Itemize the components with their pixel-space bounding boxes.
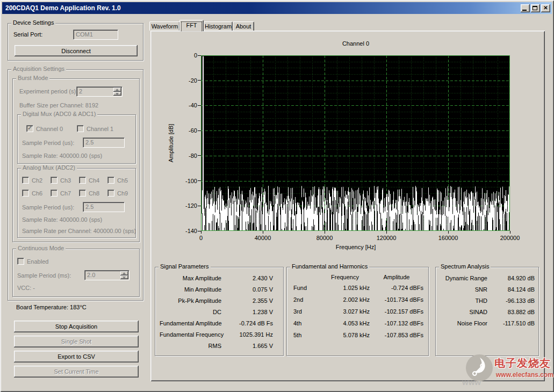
minimize-button[interactable]	[521, 4, 530, 12]
channel0-checkbox[interactable]	[26, 125, 33, 132]
ch3-checkbox[interactable]	[51, 177, 57, 184]
digital-sample-rate-label: Sample Rate: 400000.00 (sps)	[22, 153, 102, 159]
ch6-label: Ch6	[32, 190, 42, 197]
spectrum-label: SNR	[439, 284, 487, 295]
harmonic-row: 4th4.053 kHz-107.132 dBFs	[293, 318, 423, 329]
spectrum-label: Dynamic Range	[439, 273, 487, 284]
spectrum-value: -117.510 dB	[487, 318, 535, 329]
param-value: -0.724 dB Fs	[221, 318, 273, 329]
y-axis-tick-label: 0	[174, 52, 197, 59]
digital-sample-period-label: Sample Period (us):	[22, 140, 74, 147]
experiment-period-input[interactable]: 2	[76, 86, 123, 97]
spectrum-label: SINAD	[439, 307, 487, 318]
channel1-label: Channel 1	[87, 126, 113, 133]
serial-port-input[interactable]: COM1	[73, 30, 118, 40]
enabled-checkbox[interactable]	[17, 258, 24, 265]
close-icon: ✕	[541, 4, 550, 12]
harmonic-amplitude: -107.853 dBFs	[370, 330, 423, 341]
tab-fft[interactable]: FFT	[179, 20, 204, 31]
titlebar[interactable]: 200CDAQ1 Demo Application Rev. 1.0 ✕	[2, 2, 552, 14]
single-shot-button[interactable]: Single Shot	[14, 336, 139, 347]
close-button[interactable]: ✕	[541, 4, 550, 12]
ch8-checkbox[interactable]	[79, 190, 86, 197]
maximize-button[interactable]	[531, 4, 540, 12]
chart-title: Channel 0	[302, 40, 409, 47]
disconnect-button[interactable]: Disconnect	[15, 45, 138, 56]
serial-port-value: COM1	[76, 31, 93, 38]
signal-parameters-group: Signal Parameters Max Amplitude2.430 V M…	[155, 267, 284, 356]
digital-sample-period-input[interactable]: 2.5	[83, 137, 125, 148]
ch2-checkbox[interactable]	[22, 177, 29, 184]
spectrum-value: 84.124 dB	[487, 284, 535, 295]
harmonic-row: 3rd3.027 kHz-102.157 dBFs	[293, 306, 423, 317]
continuous-mode-legend: Continuous Mode	[16, 245, 66, 252]
watermark: www 电子发烧友 www.elecfans.com	[465, 351, 552, 390]
spectrum-analysis-legend: Spectrum Analysis	[439, 263, 491, 270]
continuous-sample-period-label: Sample Period (ms):	[17, 272, 71, 279]
frequency-header: Frequency	[320, 272, 370, 283]
ch3-label: Ch3	[60, 177, 71, 184]
y-axis-tick	[198, 55, 201, 56]
arrow-down-icon	[116, 93, 119, 95]
analog-sample-period-input[interactable]: 2.5	[83, 202, 125, 212]
param-label: RMS	[160, 340, 221, 352]
export-to-csv-button[interactable]: Export to CSV	[14, 351, 139, 362]
spectrum-value: 84.920 dB	[487, 273, 535, 284]
x-axis-tick	[325, 231, 325, 234]
ch2-label: Ch2	[32, 177, 42, 184]
digital-sample-period-value: 2.5	[85, 139, 93, 146]
x-axis-tick-label: 40000	[247, 235, 279, 242]
continuous-sample-period-input[interactable]: 2.0	[84, 270, 129, 280]
ch8-label: Ch8	[89, 190, 99, 197]
param-label: Pk-Pk Amplitude	[160, 295, 221, 307]
tab-waveform[interactable]: Waveform	[149, 21, 180, 31]
analog-mux-group: Analog Mux (ADC2) Ch2 Ch3 Ch4 Ch5 Ch6 Ch…	[17, 168, 136, 238]
minimize-icon	[522, 10, 527, 11]
param-label: Max Amplitude	[160, 273, 221, 284]
stop-acquisition-button[interactable]: Stop Acquisition	[14, 321, 139, 332]
spin-up-button[interactable]	[120, 271, 128, 275]
harmonic-name: 5th	[293, 330, 320, 341]
channel1-checkbox[interactable]	[77, 125, 84, 132]
continuous-sample-period-value: 2.0	[87, 272, 95, 279]
harmonic-row: 2nd2.002 kHz-101.734 dBFs	[293, 294, 423, 306]
y-axis-tick-label: -80	[174, 153, 197, 159]
tab-about[interactable]: About	[233, 21, 254, 31]
buffer-size-label: Buffer Size per Channel: 8192	[19, 102, 98, 109]
y-axis-tick	[198, 80, 201, 81]
arrow-up-icon	[116, 89, 119, 91]
harmonic-amplitude: -107.132 dBFs	[370, 318, 423, 329]
spectrum-analysis-group: Spectrum Analysis Dynamic Range84.920 dB…	[435, 267, 539, 356]
harmonic-frequency: 3.027 kHz	[320, 306, 370, 317]
param-row: Min Amplitude0.075 V	[160, 284, 273, 295]
spin-up-button[interactable]	[113, 88, 121, 92]
continuous-mode-group: Continuous Mode Enabled Sample Period (m…	[12, 249, 140, 297]
y-axis-tick-label: -140	[174, 228, 197, 235]
ch6-checkbox[interactable]	[22, 190, 29, 197]
signal-parameters-legend: Signal Parameters	[159, 263, 211, 270]
acquisition-settings-group: Acquisition Settings Burst Mode Experime…	[8, 69, 143, 301]
x-axis-tick	[201, 231, 202, 234]
harmonic-name: 4th	[293, 318, 320, 329]
ch5-checkbox[interactable]	[107, 177, 114, 184]
param-row: DC1.238 V	[160, 307, 273, 318]
y-axis-tick	[198, 105, 201, 106]
spectrum-row: THD-96.133 dB	[439, 295, 535, 307]
digital-mux-group: Digital Mux (ADC0 & ADC1) Channel 0 Chan…	[17, 114, 136, 164]
set-current-time-button[interactable]: Set Current Time	[14, 366, 139, 378]
x-axis-tick-label: 160000	[432, 235, 464, 242]
enabled-label: Enabled	[27, 258, 48, 265]
x-axis-tick-label: 120000	[370, 235, 402, 242]
amplitude-header: Amplitude	[370, 272, 423, 283]
y-axis-tick-label: -100	[174, 178, 197, 185]
spin-down-button[interactable]	[120, 275, 128, 280]
x-axis-tick-label: 0	[185, 235, 217, 242]
ch4-checkbox[interactable]	[79, 177, 86, 184]
x-axis-tick-label: 200000	[494, 235, 526, 242]
tab-histogram[interactable]: Histogram	[204, 21, 233, 31]
ch9-checkbox[interactable]	[107, 190, 114, 197]
spin-down-button[interactable]	[113, 92, 121, 96]
spectrum-value: -96.133 dB	[487, 295, 535, 307]
harmonic-frequency: 1.025 kHz	[320, 282, 370, 294]
ch7-checkbox[interactable]	[51, 190, 57, 197]
